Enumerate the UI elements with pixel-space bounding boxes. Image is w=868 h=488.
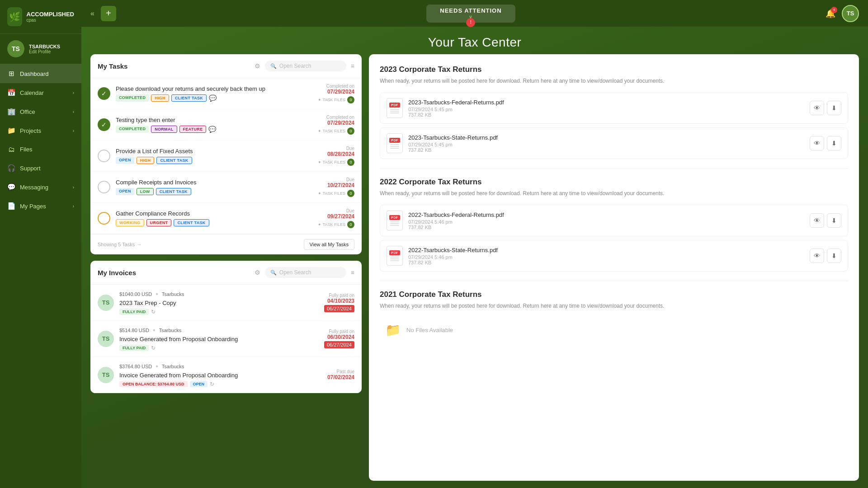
add-button[interactable]: + — [101, 6, 116, 21]
task-comment-icon[interactable]: 💬 — [208, 126, 216, 133]
edit-profile-link[interactable]: Edit Profile — [29, 49, 74, 54]
pdf-actions: 👁 ⬇ — [810, 136, 841, 150]
sidebar-item-support[interactable]: 🎧 Support — [0, 159, 81, 178]
task-name: Gather Compliance Records — [116, 210, 295, 217]
task-date-label: Completed on — [300, 115, 354, 120]
dot-separator: • — [156, 290, 158, 298]
tasks-card-header: My Tasks ⚙ 🔍 Open Search ≡ — [90, 54, 362, 78]
logo-line2: cpas — [27, 18, 74, 23]
pdf-badge: PDF — [389, 250, 400, 255]
sidebar-item-office[interactable]: 🏢 Office › — [0, 102, 81, 121]
invoices-search-bar[interactable]: 🔍 Open Search — [265, 267, 346, 278]
invoice-meta: Fully paid on 06/30/2024 06/27/2024 — [296, 329, 354, 348]
chevron-right-icon: › — [73, 109, 74, 114]
invoice-name: 2023 Tax Prep - Copy — [119, 300, 290, 306]
view-pdf-button[interactable]: 👁 — [810, 136, 824, 150]
section-divider — [380, 168, 848, 169]
view-all-tasks-button[interactable]: View all My Tasks — [304, 239, 354, 250]
pdf-size: 737.82 KB — [408, 225, 804, 230]
my-pages-icon: 📄 — [7, 202, 15, 210]
dot-separator: • — [156, 362, 158, 371]
invoices-search-placeholder: Open Search — [279, 269, 311, 276]
task-files-label: ✦ TASK FILES — [318, 191, 345, 196]
task-date-label: Completed on — [300, 84, 354, 89]
pdf-info: 2023-Tsarbucks-Federal-Returns.pdf 07/29… — [408, 99, 804, 117]
top-bar-right: 🔔 4 TS — [826, 5, 859, 22]
invoice-company: Tsarbucks — [162, 364, 184, 369]
refresh-icon[interactable]: ↻ — [151, 309, 156, 315]
tasks-search-bar[interactable]: 🔍 Open Search — [265, 61, 346, 71]
view-pdf-button[interactable]: 👁 — [810, 213, 824, 228]
sidebar-item-projects[interactable]: 📁 Projects › — [0, 121, 81, 140]
task-files-label: ✦ TASK FILES — [318, 222, 345, 227]
refresh-icon[interactable]: ↻ — [151, 345, 156, 351]
pdf-icon: PDF — [387, 133, 403, 153]
pdf-size: 737.82 KB — [408, 260, 804, 265]
sidebar-item-files[interactable]: 🗂 Files — [0, 140, 81, 159]
search-icon: 🔍 — [270, 63, 277, 69]
office-icon: 🏢 — [7, 108, 15, 116]
task-date-label: Due — [300, 177, 354, 182]
tag-fully-paid: FULLY PAID — [119, 309, 149, 315]
task-comment-icon[interactable]: 💬 — [209, 94, 217, 102]
sidebar-item-messaging[interactable]: 💬 Messaging › — [0, 178, 81, 197]
task-check-icon: ✓ — [98, 87, 110, 100]
task-name: Please download your returns and securel… — [116, 85, 295, 92]
download-pdf-button[interactable]: ⬇ — [827, 136, 841, 150]
task-files-label: ✦ TASK FILES — [318, 160, 345, 164]
showing-arrow: → — [137, 242, 142, 247]
sidebar-item-calendar[interactable]: 📅 Calendar › — [0, 83, 81, 102]
download-pdf-button[interactable]: ⬇ — [827, 101, 841, 115]
list-item[interactable]: TS $3764.80 USD • Tsarbucks Invoice Gene… — [90, 357, 362, 393]
task-meta: Due 08/28/2024 ✦ TASK FILES 0 — [300, 146, 354, 166]
table-row[interactable]: Provide a List of Fixed Assets OPEN HIGH… — [90, 141, 362, 172]
invoice-amount-row: $3764.80 USD • Tsarbucks — [119, 362, 290, 371]
task-name: Testing type then enter — [116, 117, 295, 123]
dashboard-icon: ⊞ — [7, 70, 15, 78]
invoice-date2: 06/27/2024 — [324, 341, 354, 348]
invoice-paid-label: Fully paid on — [296, 293, 354, 298]
pdf-actions: 👁 ⬇ — [810, 101, 841, 115]
pdf-icon: PDF — [387, 98, 403, 118]
download-pdf-button[interactable]: ⬇ — [827, 249, 841, 263]
needs-attention-button[interactable]: NEEDS ATTENTION ∨ ! — [426, 5, 515, 23]
view-pdf-button[interactable]: 👁 — [810, 249, 824, 263]
tasks-sort-icon[interactable]: ≡ — [351, 62, 354, 70]
showing-label: Showing 5 Tasks — [98, 242, 135, 247]
tasks-filter-icon[interactable]: ⚙ — [255, 62, 260, 70]
refresh-icon[interactable]: ↻ — [210, 381, 214, 387]
task-tags: OPEN LOW CLIENT TASK — [116, 188, 295, 195]
table-row[interactable]: Compile Receipts and Invoices OPEN LOW C… — [90, 172, 362, 203]
list-item[interactable]: TS $1040.00 USD • Tsarbucks 2023 Tax Pre… — [90, 285, 362, 321]
tag-feature: FEATURE — [179, 126, 207, 133]
invoices-filter-icon[interactable]: ⚙ — [255, 269, 260, 276]
sidebar-item-label: Projects — [20, 127, 41, 134]
user-profile-button[interactable]: TS — [842, 5, 859, 22]
table-row[interactable]: ✓ Testing type then enter COMPLETED NORM… — [90, 109, 362, 141]
invoice-company: Tsarbucks — [159, 328, 182, 333]
task-files-badge: 0 — [347, 159, 354, 166]
notifications-button[interactable]: 🔔 4 — [826, 9, 835, 19]
needs-attention-label: NEEDS ATTENTION — [440, 7, 501, 14]
task-content: Provide a List of Fixed Assets OPEN HIGH… — [116, 148, 295, 164]
invoice-meta: Fully paid on 04/10/2023 06/27/2024 — [296, 293, 354, 312]
download-pdf-button[interactable]: ⬇ — [827, 213, 841, 228]
pdf-item: PDF 2023-Tsarbucks-Federal-Returns.pdf 0… — [380, 92, 848, 124]
task-check-icon — [98, 181, 110, 193]
task-name: Compile Receipts and Invoices — [116, 179, 295, 186]
table-row[interactable]: ✓ Please download your returns and secur… — [90, 78, 362, 109]
pdf-info: 2023-Tsarbucks-State-Returns.pdf 07/29/2… — [408, 134, 804, 153]
tag-normal: NORMAL — [151, 126, 177, 133]
tasks-search-placeholder: Open Search — [279, 63, 311, 69]
collapse-icon[interactable]: « — [90, 9, 94, 18]
sidebar-item-label: Calendar — [20, 89, 44, 96]
view-pdf-button[interactable]: 👁 — [810, 101, 824, 115]
invoices-sort-icon[interactable]: ≡ — [351, 269, 354, 276]
invoice-date: 07/02/2024 — [296, 374, 354, 380]
sidebar-item-dashboard[interactable]: ⊞ Dashboard — [0, 64, 81, 83]
list-item[interactable]: TS $514.80 USD • Tsarbucks Invoice Gener… — [90, 321, 362, 357]
sidebar-item-my-pages[interactable]: 📄 My Pages › — [0, 197, 81, 216]
tag-completed: COMPLETED — [116, 126, 149, 133]
table-row[interactable]: Gather Compliance Records WORKING URGENT… — [90, 203, 362, 234]
invoice-tags: OPEN BALANCE: $3764.80 USD OPEN ↻ — [119, 381, 290, 387]
